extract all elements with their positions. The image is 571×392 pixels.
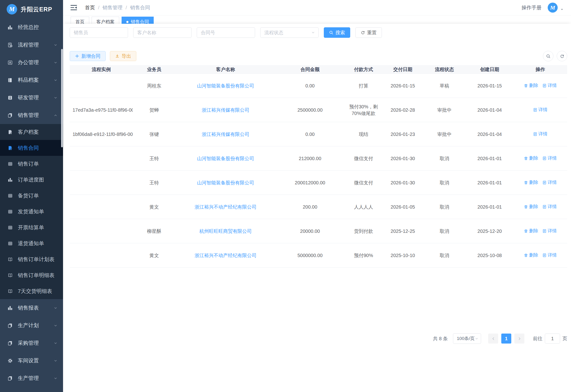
customer-link[interactable]: 山河智能装备股份有限公司 [197, 179, 254, 186]
office-icon [8, 60, 13, 65]
sidebar-item-business-overview[interactable]: 经营总控 [0, 18, 63, 36]
op-label: 详情 [538, 107, 547, 113]
next-page-button[interactable] [514, 334, 524, 344]
chevron-down-icon [54, 324, 57, 327]
status-select[interactable]: 流程状态 [260, 27, 318, 38]
sidebar-item-7day-delivery-detail[interactable]: 7天交货明细表 [0, 283, 63, 299]
goto-page-input[interactable] [545, 334, 560, 344]
manual-link[interactable]: 操作手册 [522, 4, 541, 11]
document-icon [542, 205, 546, 209]
op-label: 详情 [548, 83, 557, 89]
page-size-select[interactable]: 100条/页 [453, 333, 481, 344]
app-root: M 升阳云ERP 经营总控流程管理办公管理料品档案研发管理销售管理客户档案销售合… [0, 0, 571, 392]
breadcrumb-home[interactable]: 首页 [85, 4, 95, 11]
sidebar-item-production-plan[interactable]: 生产计划 [0, 317, 63, 334]
amount-cell: 2500000.00 [275, 107, 345, 113]
delete-link[interactable]: 删除 [524, 155, 538, 162]
copy-doc-icon [8, 376, 13, 381]
sidebar-menu: 经营总控流程管理办公管理料品档案研发管理销售管理客户档案销售合同销售订单订单进度… [0, 18, 63, 392]
breadcrumb-sales-mgmt[interactable]: 销售管理 [103, 4, 122, 11]
amount-cell: 0.00 [275, 83, 345, 89]
sidebar-item-rnd-mgmt[interactable]: 研发管理 [0, 89, 63, 106]
sidebar-item-process-mgmt[interactable]: 流程管理 [0, 36, 63, 54]
prev-page-button[interactable] [488, 334, 498, 344]
delivery-date-cell: 2026-01-30 [383, 179, 423, 186]
sidebar-item-processing-workshop[interactable]: 加工车间 [0, 387, 63, 392]
salesperson-input[interactable] [70, 27, 128, 38]
table-row: 王特山河智能装备股份有限公司200012000.00微信支付2026-01-30… [70, 171, 567, 195]
sidebar-item-sales-order[interactable]: 销售订单 [0, 156, 63, 172]
detail-link[interactable]: 详情 [542, 83, 557, 89]
customer-name-input[interactable] [133, 27, 192, 38]
caret-down-icon[interactable] [560, 8, 564, 11]
delete-link[interactable]: 删除 [524, 252, 538, 258]
detail-link[interactable]: 详情 [542, 179, 557, 186]
status-cell: 取消 [423, 204, 466, 210]
amount-cell: 20000.00 [275, 228, 345, 235]
detail-link[interactable]: 详情 [542, 204, 557, 210]
collapse-sidebar-icon[interactable] [70, 4, 77, 11]
table-refresh-button[interactable] [557, 51, 567, 61]
customer-link[interactable]: 浙江裕兴不动产经纪有限公司 [195, 252, 256, 259]
sidebar-item-purchase-mgmt[interactable]: 采购管理 [0, 334, 63, 352]
add-contract-label: 新增合同 [81, 53, 100, 59]
sidebar-item-office-mgmt[interactable]: 办公管理 [0, 54, 63, 71]
customer-link[interactable]: 浙江裕兴传媒有限公司 [202, 107, 249, 113]
detail-link[interactable]: 详情 [542, 252, 557, 258]
delete-link[interactable]: 删除 [524, 179, 538, 186]
delete-link[interactable]: 删除 [524, 204, 538, 210]
sidebar-scrollbar[interactable] [61, 49, 63, 147]
table-search-button[interactable] [543, 51, 553, 61]
customer-link[interactable]: 山河智能装备股份有限公司 [197, 155, 254, 162]
salesperson-cell: 贺蝉 [133, 107, 176, 113]
reset-button[interactable]: 重置 [355, 27, 382, 38]
actions-cell: 删除详情 [513, 83, 567, 89]
sidebar-item-sales-report[interactable]: 销售报表 [0, 299, 63, 317]
sidebar-item-delivery-notice[interactable]: 发货通知单 [0, 204, 63, 220]
document-icon [542, 229, 546, 233]
sidebar-item-return-notice[interactable]: 退货通知单 [0, 236, 63, 251]
sidebar-item-sales-mgmt[interactable]: 销售管理 [0, 106, 63, 124]
table-grid-icon [8, 225, 13, 230]
sidebar-item-sales-contract[interactable]: 销售合同 [0, 140, 63, 156]
delete-link[interactable]: 删除 [524, 228, 538, 234]
page-size-value: 100条/页 [457, 336, 475, 342]
sidebar-item-order-progress[interactable]: 订单进度图 [0, 172, 63, 188]
detail-link[interactable]: 详情 [542, 155, 557, 162]
customer-link[interactable]: 浙江裕兴不动产经纪有限公司 [195, 204, 256, 210]
sidebar-item-workshop-settings[interactable]: 车间设置 [0, 352, 63, 369]
export-button[interactable]: 导出 [110, 51, 136, 61]
table-grid-icon [8, 209, 13, 214]
table-grid-icon [8, 162, 13, 166]
sidebar-item-materials-archive[interactable]: 料品档案 [0, 71, 63, 89]
op-label: 详情 [548, 228, 557, 234]
column-header: 流程实例 [70, 66, 133, 73]
page-1-button[interactable]: 1 [501, 334, 511, 344]
status-cell: 草稿 [423, 83, 466, 89]
app-title: 升阳云ERP [21, 5, 52, 13]
detail-link[interactable]: 详情 [533, 107, 547, 113]
customer-link[interactable]: 杭州旺旺旺商贸有限公司 [199, 228, 252, 235]
delete-link[interactable]: 删除 [524, 83, 538, 89]
search-button[interactable]: 搜索 [324, 27, 350, 38]
copy-doc-icon [8, 341, 13, 346]
sidebar: M 升阳云ERP 经营总控流程管理办公管理料品档案研发管理销售管理客户档案销售合… [0, 0, 63, 392]
gear-icon [8, 358, 13, 363]
contract-no-input[interactable] [197, 27, 255, 38]
sidebar-item-customer-archive[interactable]: 客户档案 [0, 124, 63, 140]
sidebar-item-label: 流程管理 [18, 41, 39, 48]
sidebar-item-invoice-settlement[interactable]: 开票结算单 [0, 220, 63, 236]
sidebar-item-sales-order-plan[interactable]: 销售订单计划表 [0, 251, 63, 267]
amount-cell: 0.00 [275, 131, 345, 138]
detail-link[interactable]: 详情 [533, 131, 547, 137]
sidebar-item-label: 办公管理 [18, 59, 39, 66]
sidebar-item-stock-order[interactable]: 备货订单 [0, 188, 63, 204]
avatar[interactable]: M [548, 3, 558, 13]
customer-link[interactable]: 山河智能装备股份有限公司 [197, 83, 254, 89]
sidebar-item-label: 生产管理 [18, 375, 39, 382]
sidebar-item-production-mgmt[interactable]: 生产管理 [0, 369, 63, 387]
sidebar-item-sales-order-detail[interactable]: 销售订单明细表 [0, 267, 63, 283]
detail-link[interactable]: 详情 [542, 228, 557, 234]
customer-link[interactable]: 浙江裕兴传媒有限公司 [202, 131, 249, 138]
add-contract-button[interactable]: 新增合同 [70, 51, 106, 61]
